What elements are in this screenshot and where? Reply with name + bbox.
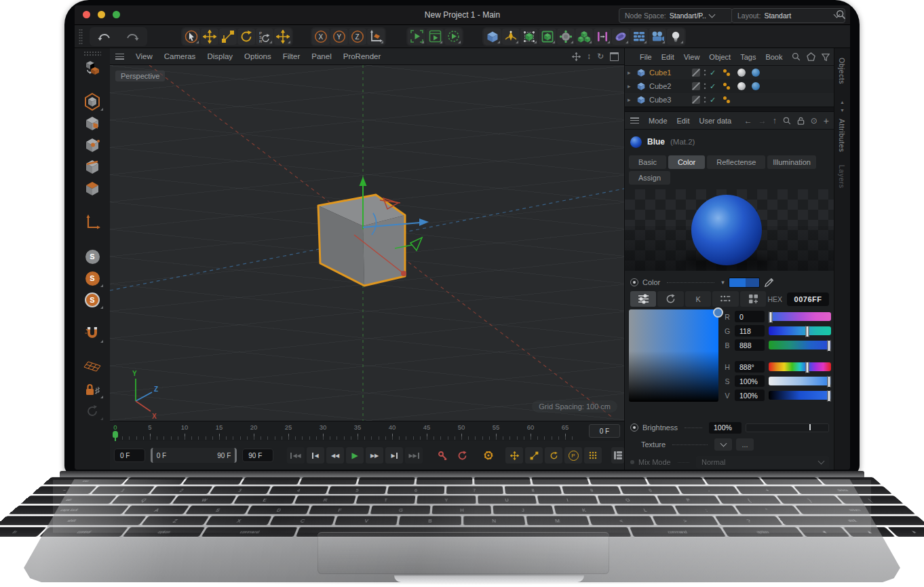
- panel-splitter[interactable]: [625, 107, 834, 112]
- color-radio[interactable]: [630, 278, 638, 286]
- viewport-rotate-icon[interactable]: ↻: [597, 52, 604, 61]
- record-key-button[interactable]: [434, 447, 451, 463]
- channel-slider[interactable]: [769, 362, 831, 371]
- eyedropper-icon[interactable]: [764, 278, 774, 288]
- channel-slider[interactable]: [769, 326, 831, 335]
- live-select-tool[interactable]: [182, 29, 200, 45]
- channel-value-field[interactable]: 100%: [735, 375, 765, 387]
- am-lock-icon[interactable]: [797, 117, 805, 125]
- volume-button[interactable]: [612, 29, 630, 45]
- tab-objects[interactable]: Objects: [838, 58, 846, 84]
- channel-value-field[interactable]: 0: [735, 311, 765, 322]
- model-mode-button[interactable]: [80, 92, 104, 112]
- key-rotation-button[interactable]: [545, 447, 562, 463]
- sidebar-drag-handle[interactable]: [83, 51, 101, 56]
- key-scale-button[interactable]: [525, 447, 543, 463]
- snap-on-button[interactable]: S: [80, 268, 104, 288]
- kelvin-mode-button[interactable]: K: [685, 291, 711, 307]
- subdivision-surface-button[interactable]: [520, 29, 538, 45]
- keyframe-dots-icon[interactable]: [723, 69, 731, 77]
- expand-icon[interactable]: ▸: [628, 69, 633, 76]
- sliders-mode-button[interactable]: [630, 291, 656, 307]
- move-axes-tool[interactable]: [274, 29, 292, 45]
- color-swatch[interactable]: [729, 278, 760, 288]
- channel-value-field[interactable]: 888°: [735, 361, 765, 373]
- am-forward-icon[interactable]: →: [758, 116, 767, 126]
- polygon-mode-button[interactable]: [80, 178, 104, 199]
- brightness-slider[interactable]: [746, 423, 829, 432]
- lock-workplane-button[interactable]: [80, 379, 104, 400]
- goto-end-button[interactable]: ▶▶: [405, 447, 423, 463]
- channel-value-field[interactable]: 118: [735, 325, 765, 337]
- channel-value-field[interactable]: 888: [735, 339, 765, 351]
- next-key-button[interactable]: ▶: [385, 447, 403, 463]
- am-add-icon[interactable]: +: [824, 115, 829, 126]
- mixer-mode-button[interactable]: [712, 291, 738, 307]
- color-expand-icon[interactable]: ▾: [721, 279, 725, 286]
- key-pla-button[interactable]: [584, 447, 602, 463]
- undo-button[interactable]: [91, 29, 118, 45]
- object-name[interactable]: Cube3: [649, 96, 689, 104]
- edge-mode-button[interactable]: [80, 157, 104, 177]
- expand-icon[interactable]: ▸: [628, 83, 633, 90]
- search-icon[interactable]: [836, 10, 846, 20]
- expand-icon[interactable]: ▸: [628, 96, 633, 103]
- point-mode-button[interactable]: [80, 135, 104, 155]
- om-menu-book[interactable]: Book: [765, 53, 782, 61]
- am-search-icon[interactable]: [783, 117, 791, 125]
- texture-mode-button[interactable]: [80, 113, 104, 134]
- enabled-check-icon[interactable]: ✓: [710, 82, 716, 91]
- end-frame-field[interactable]: 90 F: [242, 449, 273, 462]
- psr-tool[interactable]: PSR: [256, 29, 273, 45]
- channel-value-field[interactable]: 100%: [735, 390, 765, 401]
- node-space-dropdown[interactable]: Node Space: Standart/P..: [619, 8, 733, 23]
- light-button[interactable]: [667, 29, 685, 45]
- om-menu-tags[interactable]: Tags: [740, 53, 756, 61]
- previous-frame-button[interactable]: ◀◀: [326, 447, 344, 463]
- object-row-cube1[interactable]: ▸ Cube1 ✓: [625, 66, 834, 79]
- move-tool[interactable]: [201, 29, 218, 45]
- array-cubes-button[interactable]: [575, 29, 593, 45]
- am-menu-edit[interactable]: Edit: [677, 117, 690, 125]
- workplane-button[interactable]: [80, 358, 104, 378]
- key-parameter-button[interactable]: P: [564, 447, 582, 463]
- deformer-sphere-button[interactable]: [557, 29, 575, 45]
- camera-button[interactable]: [649, 29, 666, 45]
- viewport-menu-view[interactable]: View: [136, 52, 153, 60]
- timeline-playhead[interactable]: [113, 431, 119, 441]
- layer-toggle-icon[interactable]: [692, 69, 700, 77]
- redo-button[interactable]: [119, 29, 146, 45]
- keyframe-dots-icon[interactable]: [723, 96, 731, 104]
- play-button[interactable]: ▶: [346, 447, 364, 463]
- om-filter-icon[interactable]: [822, 53, 830, 61]
- layer-toggle-icon[interactable]: [692, 82, 700, 90]
- axis-mode-button[interactable]: [80, 212, 104, 233]
- am-up-icon[interactable]: ↑: [773, 116, 777, 126]
- timeline-window-button[interactable]: [611, 447, 624, 463]
- tab-layers[interactable]: Layers: [838, 165, 846, 189]
- render-picture-viewer-button[interactable]: [426, 29, 444, 45]
- viewport-menu-options[interactable]: Options: [244, 52, 271, 60]
- start-frame-field[interactable]: 0 F: [114, 449, 145, 462]
- om-menu-edit[interactable]: Edit: [661, 53, 674, 61]
- viewport-zoom-icon[interactable]: ↕: [587, 52, 591, 61]
- keyframe-dots-icon[interactable]: [723, 82, 731, 90]
- goto-start-button[interactable]: ◀◀: [287, 447, 305, 463]
- axis-x-toggle[interactable]: X: [312, 29, 330, 45]
- add-spline-button[interactable]: [502, 29, 520, 45]
- channel-slider[interactable]: [769, 391, 831, 400]
- brightness-radio[interactable]: [630, 423, 638, 432]
- table-grid-button[interactable]: [630, 29, 648, 45]
- previous-key-button[interactable]: ◀: [307, 447, 324, 463]
- am-target-icon[interactable]: ⊙: [811, 116, 817, 126]
- workplane-sync-button[interactable]: [80, 401, 104, 421]
- snap-3d-button[interactable]: S: [80, 290, 104, 310]
- channel-slider[interactable]: [769, 341, 831, 349]
- phong-tag-icon[interactable]: [737, 69, 746, 77]
- frame-range-slider[interactable]: 0 F 90 F: [151, 448, 237, 463]
- render-settings-button[interactable]: [444, 29, 462, 45]
- enabled-check-icon[interactable]: ✓: [710, 96, 716, 105]
- add-cube-button[interactable]: [484, 29, 501, 45]
- hex-value-field[interactable]: 0076FF: [787, 292, 829, 306]
- viewport-menu-panel[interactable]: Panel: [311, 52, 331, 60]
